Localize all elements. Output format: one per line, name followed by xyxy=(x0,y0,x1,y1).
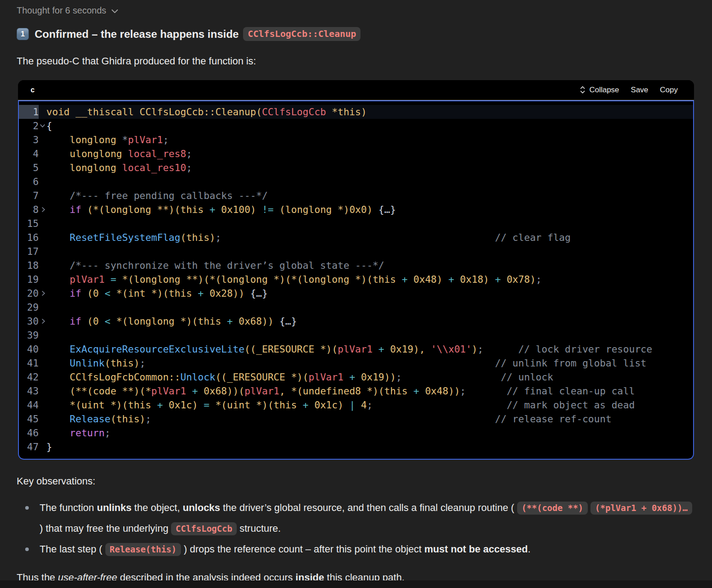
keycap-1-icon: 1 xyxy=(17,28,29,40)
observation-item: The last step ( Release(this) ) drops th… xyxy=(25,539,694,560)
code-line: 8 if (*(longlong **)(this + 0x100) != (l… xyxy=(19,203,693,217)
fold-spacer xyxy=(39,244,46,258)
code-text xyxy=(46,244,693,258)
bottom-strip xyxy=(0,580,712,588)
line-number: 20 xyxy=(19,286,39,300)
code-line: 45 Release(this); // release ref-count xyxy=(19,412,693,426)
code-line: 16 ResetFileSystemFlag(this); // clear f… xyxy=(19,231,693,244)
code-content[interactable]: 1void __thiscall CClfsLogCcb::Cleanup(CC… xyxy=(18,100,694,460)
fold-spacer xyxy=(39,189,46,203)
code-text: if (0 < *(int *)(this + 0x28)) {…} xyxy=(46,286,693,300)
line-number: 18 xyxy=(19,258,39,272)
line-number: 43 xyxy=(19,384,39,398)
code-line: 47} xyxy=(19,440,693,454)
line-number: 47 xyxy=(19,440,39,454)
code-line: 7 /*--- free pending callbacks ---*/ xyxy=(19,189,693,203)
chevron-down-icon xyxy=(111,9,118,14)
fold-spacer xyxy=(39,370,46,384)
line-number: 2 xyxy=(19,119,39,133)
code-text: ResetFileSystemFlag(this); // clear flag xyxy=(46,231,693,244)
line-number: 40 xyxy=(19,342,39,356)
code-text: void __thiscall CClfsLogCcb::Cleanup(CCl… xyxy=(46,105,693,119)
fold-spacer xyxy=(39,356,46,370)
code-line: 42 CClfsLogFcbCommon::Unlock((_ERESOURCE… xyxy=(19,370,693,384)
line-number: 39 xyxy=(19,328,39,342)
intro-paragraph: The pseudo-C that Ghidra produced for th… xyxy=(17,54,694,68)
code-text: return; xyxy=(46,426,693,440)
inline-code: (**(code **) xyxy=(517,502,588,515)
code-language-label: c xyxy=(31,86,35,94)
thought-label: Thought for 6 seconds xyxy=(17,5,106,16)
fold-toggle-icon[interactable] xyxy=(39,203,46,217)
code-text: longlong local_res10; xyxy=(46,161,693,175)
copy-button[interactable]: Copy xyxy=(660,86,678,95)
inline-code: CClfsLogCcb xyxy=(171,522,237,535)
fold-spacer xyxy=(39,440,46,454)
code-text: /*--- synchronize with the driver’s glob… xyxy=(46,258,693,272)
code-line: 41 Unlink(this); // unlink from global l… xyxy=(19,356,693,370)
line-number: 19 xyxy=(19,272,39,286)
code-line: 4 ulonglong local_res8; xyxy=(19,147,693,161)
code-text: /*--- free pending callbacks ---*/ xyxy=(46,189,693,203)
code-text: plVar1 = *(longlong **)(*(longlong *)(*(… xyxy=(46,272,693,286)
collapse-label: Collapse xyxy=(589,86,619,95)
line-number: 16 xyxy=(19,231,39,244)
inline-code: (*plVar1 + 0x68))… xyxy=(590,502,692,515)
fold-spacer xyxy=(39,272,46,286)
code-text: (**(code **)(*plVar1 + 0x68))(plVar1, *(… xyxy=(46,384,693,398)
code-line: 46 return; xyxy=(19,426,693,440)
code-header: c Collapse Save Copy xyxy=(18,80,694,100)
bullet-icon xyxy=(25,547,29,551)
code-text: Release(this); // release ref-count xyxy=(46,412,693,426)
code-line: 43 (**(code **)(*plVar1 + 0x68))(plVar1,… xyxy=(19,384,693,398)
code-text: *(uint *)(this + 0x1c) = *(uint *)(this … xyxy=(46,398,693,412)
bullet-icon xyxy=(25,506,29,510)
fold-spacer xyxy=(39,147,46,161)
line-number: 4 xyxy=(19,147,39,161)
code-text: if (*(longlong **)(this + 0x100) != (lon… xyxy=(46,203,693,217)
code-line: 30 if (0 < *(longlong *)(this + 0x68)) {… xyxy=(19,314,693,328)
line-number: 17 xyxy=(19,244,39,258)
fold-spacer xyxy=(39,426,46,440)
fold-spacer xyxy=(39,175,46,189)
fold-toggle-icon[interactable] xyxy=(39,286,46,300)
code-text: Unlink(this); // unlink from global list xyxy=(46,356,693,370)
fold-toggle-icon[interactable] xyxy=(39,119,46,133)
code-text: CClfsLogFcbCommon::Unlock((_ERESOURCE *)… xyxy=(46,370,693,384)
code-text xyxy=(46,217,693,231)
code-block: c Collapse Save Copy 1void __thiscall CC… xyxy=(18,80,694,460)
code-line: 5 longlong local_res10; xyxy=(19,161,693,175)
fold-toggle-icon[interactable] xyxy=(39,314,46,328)
fold-spacer xyxy=(39,300,46,314)
code-text xyxy=(46,175,693,189)
line-number: 42 xyxy=(19,370,39,384)
code-line: 2{ xyxy=(19,119,693,133)
code-text: } xyxy=(46,440,693,454)
line-number: 7 xyxy=(19,189,39,203)
fold-spacer xyxy=(39,217,46,231)
line-number: 41 xyxy=(19,356,39,370)
fold-spacer xyxy=(39,412,46,426)
fold-spacer xyxy=(39,398,46,412)
code-line: 18 /*--- synchronize with the driver’s g… xyxy=(19,258,693,272)
code-text: longlong *plVar1; xyxy=(46,133,693,147)
code-line: 39 xyxy=(19,328,693,342)
line-number: 29 xyxy=(19,300,39,314)
code-text: if (0 < *(longlong *)(this + 0x68)) {…} xyxy=(46,314,693,328)
code-text: ExAcquireResourceExclusiveLite((_ERESOUR… xyxy=(46,342,693,356)
code-line: 20 if (0 < *(int *)(this + 0x28)) {…} xyxy=(19,286,693,300)
code-text: { xyxy=(46,119,693,133)
fold-spacer xyxy=(39,328,46,342)
line-number: 30 xyxy=(19,314,39,328)
code-line: 29 xyxy=(19,300,693,314)
code-line: 1void __thiscall CClfsLogCcb::Cleanup(CC… xyxy=(19,105,693,119)
thought-toggle[interactable]: Thought for 6 seconds xyxy=(17,5,118,16)
line-number: 5 xyxy=(19,161,39,175)
inline-code: Release(this) xyxy=(105,543,181,556)
save-button[interactable]: Save xyxy=(631,86,649,95)
section-heading: 1 Confirmed – the release happens inside… xyxy=(17,27,694,41)
fold-spacer xyxy=(39,133,46,147)
observation-text: The last step ( Release(this) ) drops th… xyxy=(40,539,694,560)
collapse-button[interactable]: Collapse xyxy=(580,86,619,95)
fold-spacer xyxy=(39,258,46,272)
